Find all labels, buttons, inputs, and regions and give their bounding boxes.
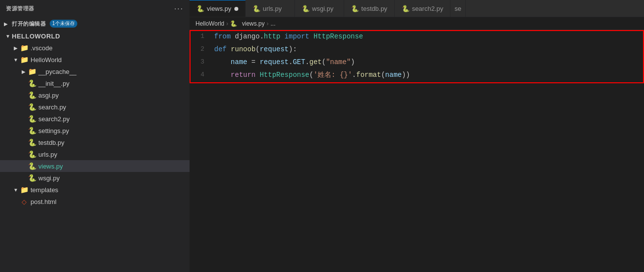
helloworld-folder-icon: 📁 (20, 56, 29, 64)
tab-testdb-label: testdb.py (361, 5, 387, 12)
unsaved-badge: 1个未保存 (50, 20, 77, 28)
code-lines: 1 from django.http import HttpResponse 2… (190, 30, 644, 81)
pycache-folder-arrow-icon: ▶ (20, 69, 28, 74)
file-tree: ▼ HELLOWORLD ▶ 📁 .vscode ▼ 📁 HelloWorld … (0, 30, 190, 207)
tab-views-py[interactable]: 🐍 views.py (190, 0, 246, 17)
tab-views-icon: 🐍 (196, 5, 204, 12)
tab-urls-py[interactable]: 🐍 urls.py (246, 0, 295, 17)
pycache-folder-icon: 📁 (28, 68, 36, 75)
root-folder-label: HELLOWORLD (12, 33, 60, 40)
search-label: search.py (38, 103, 66, 111)
tab-urls-icon: 🐍 (253, 5, 260, 12)
breadcrumb-file: 🐍 views.py (230, 20, 264, 27)
open-editors-arrow-icon: ▶ (4, 21, 12, 27)
search-file-icon: 🐍 (28, 103, 36, 111)
breadcrumb-root-label: HelloWorld (195, 20, 224, 27)
search2-file-icon: 🐍 (28, 115, 36, 123)
open-editors-label: 打开的编辑器 (12, 20, 46, 28)
breadcrumb-extra: ... (270, 20, 275, 27)
sidebar-item-settings[interactable]: 🐍 settings.py (0, 125, 190, 136)
breadcrumb-file-label: views.py (242, 20, 264, 27)
wsgi-label: wsgi.py (38, 174, 60, 182)
tab-search2-py[interactable]: 🐍 search2.py (395, 0, 451, 17)
urls-label: urls.py (38, 151, 57, 158)
sidebar-item-post-html[interactable]: ◇ post.html (0, 196, 190, 207)
asgi-file-icon: 🐍 (28, 91, 36, 99)
init-file-icon: 🐍 (28, 79, 36, 87)
settings-label: settings.py (38, 127, 69, 135)
breadcrumb-sep2: › (266, 20, 268, 27)
code-editor[interactable]: 1 from django.http import HttpResponse 2… (190, 30, 644, 272)
tab-search2-icon: 🐍 (402, 5, 410, 12)
breadcrumb-file-icon: 🐍 (230, 20, 237, 27)
sidebar-header: 资源管理器 ··· (0, 0, 190, 17)
line-content-1: from django.http import HttpResponse (214, 30, 644, 43)
sidebar: 资源管理器 ··· ▶ 打开的编辑器 1个未保存 ▼ HELLOWORLD ▶ … (0, 0, 190, 272)
sidebar-item-wsgi[interactable]: 🐍 wsgi.py (0, 172, 190, 184)
tab-overflow[interactable]: se (451, 0, 466, 17)
open-editors-section[interactable]: ▶ 打开的编辑器 1个未保存 (0, 17, 190, 30)
vscode-folder-label: .vscode (31, 44, 53, 52)
tab-views-unsaved-dot (234, 7, 238, 11)
asgi-label: asgi.py (38, 92, 59, 99)
settings-file-icon: 🐍 (28, 127, 36, 135)
tab-views-label: views.py (207, 5, 231, 12)
root-folder-item[interactable]: ▼ HELLOWORLD (0, 30, 190, 42)
views-label: views.py (38, 163, 63, 170)
templates-folder-icon: 📁 (20, 186, 29, 194)
breadcrumb: HelloWorld › 🐍 views.py › ... (190, 17, 644, 30)
tab-testdb-icon: 🐍 (351, 5, 359, 12)
urls-file-icon: 🐍 (28, 150, 36, 158)
code-line-2: 2 def runoob(request): (190, 43, 644, 56)
wsgi-file-icon: 🐍 (28, 174, 36, 182)
sidebar-item-asgi[interactable]: 🐍 asgi.py (0, 89, 190, 101)
line-number-1: 1 (190, 30, 214, 43)
tab-testdb-py[interactable]: 🐍 testdb.py (344, 0, 395, 17)
tab-wsgi-py[interactable]: 🐍 wsgi.py (295, 0, 344, 17)
init-label: __init__.py (38, 80, 69, 87)
breadcrumb-root: HelloWorld (195, 20, 224, 27)
sidebar-item-testdb[interactable]: 🐍 testdb.py (0, 136, 190, 148)
templates-folder-arrow-icon: ▼ (12, 187, 20, 193)
breadcrumb-sep1: › (226, 20, 228, 27)
sidebar-item-pycache[interactable]: ▶ 📁 __pycache__ (0, 66, 190, 77)
testdb-file-icon: 🐍 (28, 138, 36, 146)
sidebar-item-templates[interactable]: ▼ 📁 templates (0, 184, 190, 196)
helloworld-folder-arrow-icon: ▼ (12, 57, 20, 63)
helloworld-folder-label: HelloWorld (31, 56, 62, 64)
line-number-4: 4 (190, 68, 214, 81)
sidebar-item-urls[interactable]: 🐍 urls.py (0, 148, 190, 160)
tab-wsgi-label: wsgi.py (312, 5, 333, 12)
vscode-folder-icon: 📁 (20, 44, 29, 52)
sidebar-item-helloworld[interactable]: ▼ 📁 HelloWorld (0, 54, 190, 66)
tab-overflow-label: se (454, 5, 461, 12)
line-content-4: return HttpResponse('姓名: {}'.format(name… (214, 68, 644, 81)
sidebar-item-search2[interactable]: 🐍 search2.py (0, 113, 190, 125)
sidebar-title: 资源管理器 (6, 5, 34, 12)
testdb-label: testdb.py (38, 139, 64, 146)
sidebar-item-vscode[interactable]: ▶ 📁 .vscode (0, 42, 190, 54)
post-html-label: post.html (31, 198, 57, 205)
line-content-3: name = request.GET.get("name") (214, 56, 644, 68)
sidebar-menu-button[interactable]: ··· (174, 4, 184, 13)
line-content-2: def runoob(request): (214, 43, 644, 56)
line-number-2: 2 (190, 43, 214, 56)
root-folder-arrow-icon: ▼ (4, 34, 12, 39)
sidebar-item-init[interactable]: 🐍 __init__.py (0, 77, 190, 89)
pycache-label: __pycache__ (38, 68, 76, 75)
search2-label: search2.py (38, 115, 70, 123)
line-number-3: 3 (190, 56, 214, 68)
post-html-file-icon: ◇ (20, 198, 29, 205)
templates-label: templates (31, 186, 58, 194)
sidebar-item-search[interactable]: 🐍 search.py (0, 101, 190, 113)
editor-area: 🐍 views.py 🐍 urls.py 🐍 wsgi.py 🐍 testdb.… (190, 0, 644, 272)
views-file-icon: 🐍 (28, 162, 36, 170)
tab-wsgi-icon: 🐍 (302, 5, 310, 12)
vscode-folder-arrow-icon: ▶ (12, 45, 20, 51)
code-line-1: 1 from django.http import HttpResponse (190, 30, 644, 43)
code-line-4: 4 return HttpResponse('姓名: {}'.format(na… (190, 68, 644, 81)
tab-urls-label: urls.py (263, 5, 282, 12)
code-line-3: 3 name = request.GET.get("name") (190, 56, 644, 68)
tab-bar: 🐍 views.py 🐍 urls.py 🐍 wsgi.py 🐍 testdb.… (190, 0, 644, 17)
sidebar-item-views[interactable]: 🐍 views.py (0, 160, 190, 172)
